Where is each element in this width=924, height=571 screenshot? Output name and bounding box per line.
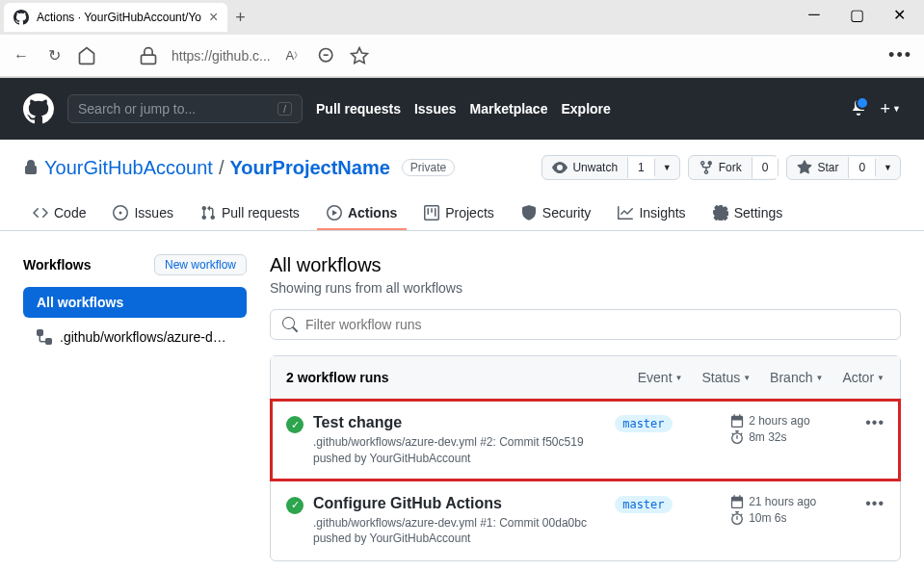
tab-settings[interactable]: Settings [703, 197, 793, 230]
run-menu-icon[interactable]: ••• [865, 495, 884, 512]
eye-icon [552, 160, 568, 175]
repo-header: YourGitHubAccount / YourProjectName Priv… [0, 140, 924, 180]
run-title: Configure GitHub Actions [313, 495, 605, 512]
repo-owner[interactable]: YourGitHubAccount [44, 157, 213, 179]
tab-actions[interactable]: Actions [317, 197, 407, 230]
search-input[interactable]: Search or jump to... / [67, 94, 303, 123]
search-placeholder: Search or jump to... [78, 101, 196, 117]
nav-marketplace[interactable]: Marketplace [470, 101, 548, 117]
github-logo[interactable] [23, 93, 54, 124]
runs-count: 2 workflow runs [286, 370, 389, 385]
browser-chrome: Actions · YourGitHubAccount/Yo × + ─ ▢ ✕… [0, 0, 924, 78]
filter-input[interactable] [270, 309, 901, 340]
nav-explore[interactable]: Explore [561, 101, 610, 117]
fork-icon [699, 160, 714, 175]
filter-branch[interactable]: Branch▼ [770, 370, 823, 385]
filter-status[interactable]: Status▼ [701, 370, 751, 385]
repo-title: YourGitHubAccount / YourProjectName Priv… [23, 155, 901, 180]
run-menu-icon[interactable]: ••• [865, 414, 884, 431]
main: All workflows Showing runs from all work… [270, 254, 901, 561]
run-row[interactable]: ✓ Test change .github/workflows/azure-de… [271, 400, 900, 480]
run-meta: .github/workflows/azure-dev.yml #1: Comm… [313, 515, 605, 548]
address-bar: ← ↻ https://github.c... A》 ••• [0, 35, 924, 77]
home-icon[interactable] [77, 46, 96, 65]
page-subtitle: Showing runs from all workflows [270, 280, 901, 296]
success-icon: ✓ [286, 416, 304, 433]
visibility-badge: Private [402, 159, 455, 176]
calendar-icon [730, 495, 744, 508]
run-row[interactable]: ✓ Configure GitHub Actions .github/workf… [271, 480, 900, 561]
filter-field[interactable] [305, 317, 888, 332]
svg-rect-0 [142, 55, 156, 64]
notifications-icon[interactable] [850, 98, 867, 119]
nav-pull-requests[interactable]: Pull requests [316, 101, 401, 117]
stopwatch-icon [730, 430, 744, 444]
github-header: Search or jump to... / Pull requests Iss… [0, 78, 924, 140]
slash-hint: / [277, 102, 292, 116]
tab-insights[interactable]: Insights [608, 197, 695, 230]
run-timing: 2 hours ago 8m 32s [730, 414, 856, 447]
minimize-button[interactable]: ─ [793, 0, 835, 29]
sidebar-heading: Workflows [23, 257, 92, 273]
new-tab-button[interactable]: + [227, 4, 253, 32]
sidebar-item-workflow[interactable]: .github/workflows/azure-dev.... [23, 322, 247, 352]
repo-name[interactable]: YourProjectName [229, 157, 389, 179]
tab-projects[interactable]: Projects [414, 197, 504, 230]
sidebar-item-all[interactable]: All workflows [23, 287, 247, 318]
separator: / [219, 157, 224, 179]
sidebar: Workflows New workflow All workflows .gi… [23, 254, 247, 561]
url-text[interactable]: https://github.c... [172, 48, 271, 64]
tab-security[interactable]: Security [512, 197, 601, 230]
filter-event[interactable]: Event▼ [638, 370, 683, 385]
github-icon [13, 10, 29, 25]
tab-code[interactable]: Code [23, 197, 95, 230]
add-dropdown[interactable]: +▼ [881, 99, 901, 119]
page-title: All workflows [270, 254, 901, 276]
lock-icon [23, 160, 39, 175]
tab-issues[interactable]: Issues [103, 197, 182, 230]
stopwatch-icon [730, 511, 744, 525]
close-button[interactable]: ✕ [878, 0, 920, 29]
run-meta: .github/workflows/azure-dev.yml #2: Comm… [313, 434, 605, 467]
star-button[interactable]: Star 0 ▼ [786, 155, 901, 180]
runs-list: 2 workflow runs Event▼ Status▼ Branch▼ A… [270, 355, 901, 561]
new-workflow-button[interactable]: New workflow [154, 254, 247, 275]
workflow-icon [37, 329, 52, 345]
nav-issues[interactable]: Issues [414, 101, 457, 117]
runs-header: 2 workflow runs Event▼ Status▼ Branch▼ A… [271, 356, 900, 400]
branch-badge[interactable]: master [615, 415, 672, 432]
run-timing: 21 hours ago 10m 6s [730, 495, 856, 528]
close-tab-icon[interactable]: × [209, 9, 218, 26]
zoom-icon[interactable] [317, 46, 336, 65]
filter-actor[interactable]: Actor▼ [842, 370, 884, 385]
more-icon[interactable]: ••• [888, 45, 912, 65]
calendar-icon [730, 414, 744, 428]
lock-icon [139, 46, 158, 65]
favorite-icon[interactable] [350, 46, 369, 65]
star-icon [797, 160, 812, 175]
back-icon[interactable]: ← [12, 46, 31, 65]
refresh-icon[interactable]: ↻ [44, 46, 64, 65]
content: Workflows New workflow All workflows .gi… [0, 231, 924, 571]
tab-pull-requests[interactable]: Pull requests [191, 197, 309, 230]
tab-bar: Actions · YourGitHubAccount/Yo × + ─ ▢ ✕ [0, 0, 924, 35]
run-title: Test change [313, 414, 605, 431]
fork-button[interactable]: Fork 0 [688, 155, 779, 180]
browser-tab[interactable]: Actions · YourGitHubAccount/Yo × [4, 3, 227, 32]
search-icon [282, 317, 298, 332]
branch-badge[interactable]: master [615, 496, 672, 513]
unwatch-button[interactable]: Unwatch 1 ▼ [541, 155, 679, 180]
text-size-icon[interactable]: A》 [284, 46, 304, 65]
tab-title: Actions · YourGitHubAccount/Yo [37, 11, 201, 24]
maximize-button[interactable]: ▢ [835, 0, 878, 29]
svg-marker-3 [351, 47, 367, 63]
success-icon: ✓ [286, 497, 304, 514]
repo-nav: Code Issues Pull requests Actions Projec… [0, 197, 924, 231]
